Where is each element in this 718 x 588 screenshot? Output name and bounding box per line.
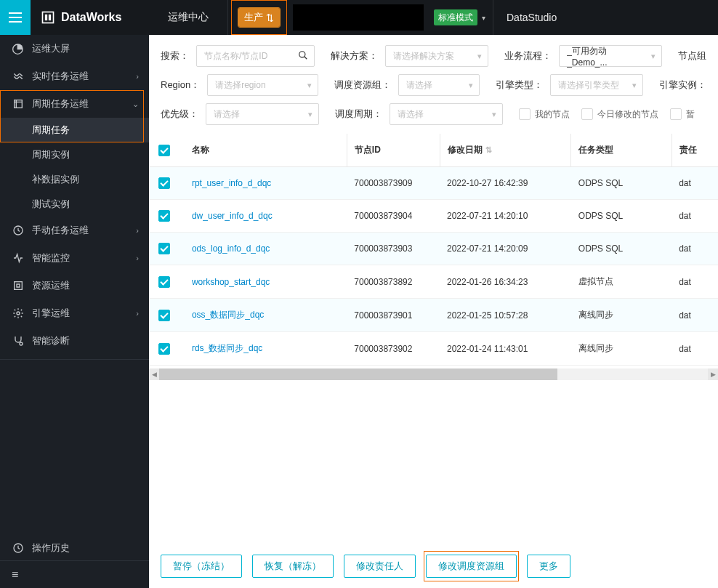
pie-icon	[12, 43, 25, 55]
col-node-id[interactable]: 节点ID	[347, 134, 440, 167]
resume-button[interactable]: 恢复（解冻）	[252, 555, 334, 578]
sidebar-item-1[interactable]: 实时任务运维›	[0, 63, 149, 90]
sidebar-item-0[interactable]: 运维大屏	[0, 35, 149, 63]
svg-point-7	[20, 342, 23, 345]
sidebar-item-5[interactable]: 资源运维	[0, 272, 149, 299]
cell-mod-date: 2022-01-26 16:34:23	[440, 265, 571, 299]
ops-center-label: 运维中心	[168, 11, 209, 24]
resgroup-select[interactable]: 请选择 ▾	[398, 74, 480, 96]
cell-node-id: 700003873901	[347, 299, 440, 332]
table-row[interactable]: oss_数据同步_dqc7000038739012022-01-25 10:57…	[149, 299, 718, 332]
search-label: 搜索：	[161, 49, 189, 63]
sidebar-collapse[interactable]: ≡	[0, 560, 149, 588]
col-name[interactable]: 名称	[185, 134, 347, 167]
cell-node-id: 700003873904	[347, 200, 440, 233]
table-row[interactable]: workshop_start_dqc7000038738922022-01-26…	[149, 265, 718, 299]
svg-rect-0	[43, 12, 54, 23]
pause-button[interactable]: 暂停（冻结）	[161, 555, 242, 578]
scroll-left-icon[interactable]: ◀	[149, 368, 159, 380]
sidebar-item-4[interactable]: 智能监控›	[0, 244, 149, 272]
history-icon	[12, 542, 25, 554]
period-label: 调度周期：	[335, 108, 382, 121]
cell-node-id: 700003873902	[347, 332, 440, 366]
sidebar-history[interactable]: 操作历史	[0, 534, 149, 562]
sidebar-item-2[interactable]: 周期任务运维⌄	[0, 90, 149, 118]
cell-owner: dat	[671, 332, 718, 366]
select-all-checkbox[interactable]	[158, 145, 170, 156]
paused-checkbox[interactable]: 暂	[670, 108, 695, 121]
task-name-link[interactable]: workshop_start_dqc	[192, 277, 270, 287]
row-checkbox[interactable]	[158, 243, 170, 254]
col-mod-date[interactable]: 修改日期⇅	[440, 134, 571, 167]
solution-select[interactable]: 请选择解决方案 ▾	[385, 45, 488, 67]
collapse-icon: ≡	[12, 568, 18, 581]
today-modified-checkbox[interactable]: 今日修改的节点	[581, 108, 658, 121]
region-select[interactable]: 请选择region ▾	[207, 74, 318, 96]
priority-select[interactable]: 请选择 ▾	[206, 103, 319, 125]
my-nodes-checkbox[interactable]: 我的节点	[519, 108, 570, 121]
search-icon	[298, 50, 308, 63]
search-input[interactable]: 节点名称/节点ID	[196, 45, 315, 67]
flow-select[interactable]: _可用勿动_Demo_... ▾	[559, 45, 662, 67]
task-name-link[interactable]: rpt_user_info_d_dqc	[192, 178, 271, 188]
filter-panel: 搜索： 节点名称/节点ID 解决方案： 请选择解决方案 ▾ 业务流程： _可用勿…	[149, 35, 718, 134]
col-owner[interactable]: 责任	[671, 134, 718, 167]
sidebar-sub-2-1[interactable]: 周期实例	[0, 142, 149, 167]
chevron-down-icon: ▾	[632, 81, 637, 90]
table-row[interactable]: dw_user_info_d_dqc7000038739042022-07-21…	[149, 200, 718, 233]
sidebar-item-6[interactable]: 引擎运维›	[0, 299, 149, 327]
sidebar-sub-2-2[interactable]: 补数据实例	[0, 167, 149, 192]
ops-center-tab[interactable]: 运维中心	[149, 0, 228, 35]
col-task-type[interactable]: 任务类型	[571, 134, 671, 167]
row-checkbox[interactable]	[158, 310, 170, 321]
chevron-right-icon: ›	[136, 254, 139, 262]
horizontal-scrollbar[interactable]: ◀ ▶	[149, 368, 718, 380]
change-owner-button[interactable]: 修改责任人	[344, 555, 416, 578]
gear-icon	[12, 307, 25, 319]
period-select[interactable]: 请选择 ▾	[390, 103, 503, 125]
svg-rect-5	[15, 282, 23, 290]
cell-task-type: 虚拟节点	[571, 265, 671, 299]
chevron-down-icon: ▾	[477, 52, 482, 61]
task-name-link[interactable]: dw_user_info_d_dqc	[192, 211, 273, 221]
brand-label: DataWorks	[61, 11, 121, 24]
workspace-redacted	[293, 4, 424, 31]
datastudio-label: DataStudio	[507, 12, 557, 23]
cell-owner: dat	[671, 299, 718, 332]
task-name-link[interactable]: oss_数据同步_dqc	[192, 310, 264, 320]
task-name-link[interactable]: rds_数据同步_dqc	[192, 343, 262, 353]
waves-icon	[12, 71, 25, 82]
sidebar-item-label: 智能诊断	[32, 334, 70, 347]
table-row[interactable]: ods_log_info_d_dqc7000038739032022-07-21…	[149, 233, 718, 265]
cell-owner: dat	[671, 167, 718, 200]
sort-icon: ⇅	[485, 145, 491, 154]
row-checkbox[interactable]	[158, 343, 170, 355]
sidebar-item-label: 手动任务运维	[32, 224, 89, 237]
row-checkbox[interactable]	[158, 210, 170, 222]
table-row[interactable]: rpt_user_info_d_dqc7000038739092022-10-2…	[149, 167, 718, 200]
env-selector[interactable]: 生产 ⇅	[228, 0, 290, 35]
cell-task-type: 离线同步	[571, 332, 671, 366]
task-name-link[interactable]: ods_log_info_d_dqc	[192, 243, 270, 254]
sidebar-item-7[interactable]: 智能诊断	[0, 327, 149, 355]
menu-toggle[interactable]	[0, 0, 31, 35]
env-label: 生产	[244, 11, 263, 24]
swap-icon: ⇅	[266, 12, 274, 23]
cell-node-id: 700003873892	[347, 265, 440, 299]
sidebar-sub-2-3[interactable]: 测试实例	[0, 192, 149, 217]
row-checkbox[interactable]	[158, 276, 170, 288]
table-row[interactable]: rds_数据同步_dqc7000038739022022-01-24 11:43…	[149, 332, 718, 366]
sidebar-item-label: 资源运维	[32, 279, 70, 292]
datastudio-link[interactable]: DataStudio	[493, 0, 570, 35]
scroll-right-icon[interactable]: ▶	[708, 368, 718, 380]
row-checkbox[interactable]	[158, 177, 170, 189]
sidebar-item-3[interactable]: 手动任务运维›	[0, 217, 149, 244]
sidebar-item-label: 引擎运维	[32, 307, 70, 320]
more-button[interactable]: 更多	[527, 555, 570, 578]
task-table: 名称 节点ID 修改日期⇅ 任务类型 责任 rpt_user_info_d_dq…	[149, 134, 718, 588]
sidebar-sub-2-0[interactable]: 周期任务	[0, 118, 149, 142]
change-resgroup-button[interactable]: 修改调度资源组	[426, 555, 517, 578]
mode-selector[interactable]: 标准模式 ▾	[427, 0, 493, 35]
chevron-down-icon: ▾	[492, 110, 496, 119]
engine-select[interactable]: 请选择引擎类型 ▾	[550, 74, 643, 96]
